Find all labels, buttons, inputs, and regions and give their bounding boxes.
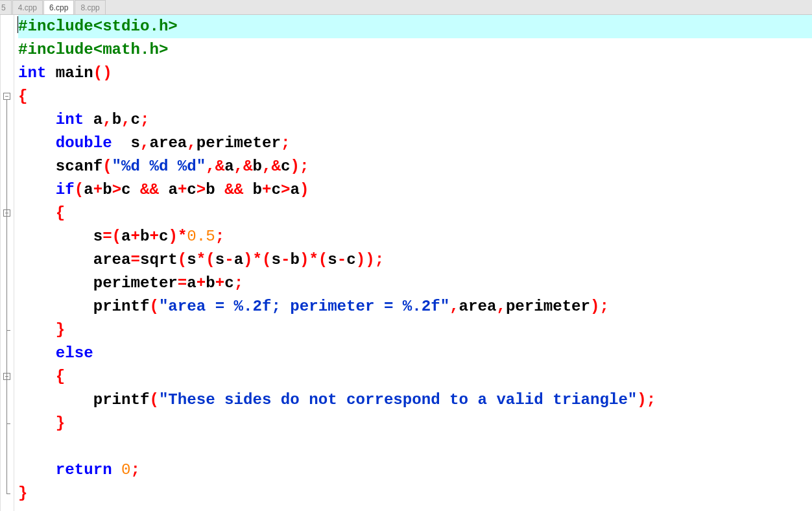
- tab-4cpp[interactable]: 4.cpp: [12, 0, 43, 14]
- code-line[interactable]: }: [18, 318, 812, 342]
- code-line[interactable]: printf("These sides do not correspond to…: [18, 388, 812, 412]
- code-line[interactable]: {: [18, 202, 812, 225]
- code-line[interactable]: {: [18, 365, 812, 388]
- fold-guide-line: [6, 217, 7, 330]
- tab-bar: 5 4.cpp 6.cpp 8.cpp: [0, 0, 812, 15]
- fold-guide-corner: [6, 493, 10, 494]
- code-line[interactable]: #include<stdio.h>: [18, 15, 812, 38]
- code-line[interactable]: return 0;: [18, 458, 812, 482]
- code-area[interactable]: #include<stdio.h>#include<math.h>int mai…: [14, 15, 812, 511]
- tab-8cpp[interactable]: 8.cpp: [75, 0, 105, 14]
- code-line[interactable]: double s,area,perimeter;: [18, 132, 812, 155]
- code-line[interactable]: if(a+b>c && a+c>b && b+c>a): [18, 178, 812, 202]
- code-editor[interactable]: #include<stdio.h>#include<math.h>int mai…: [0, 15, 812, 511]
- code-line[interactable]: }: [18, 412, 812, 435]
- tab-6cpp[interactable]: 6.cpp: [43, 0, 74, 14]
- code-line[interactable]: int a,b,c;: [18, 108, 812, 132]
- code-line[interactable]: perimeter=a+b+c;: [18, 272, 812, 295]
- code-line[interactable]: scanf("%d %d %d",&a,&b,&c);: [18, 155, 812, 178]
- fold-guide-corner: [6, 330, 10, 331]
- tab-partial[interactable]: 5: [0, 0, 12, 14]
- code-line[interactable]: }: [18, 482, 812, 505]
- code-line[interactable]: {: [18, 85, 812, 108]
- code-line[interactable]: else: [18, 342, 812, 365]
- code-line[interactable]: #include<math.h>: [18, 38, 812, 62]
- fold-guide-corner: [6, 423, 10, 424]
- code-line[interactable]: printf("area = %.2f; perimeter = %.2f",a…: [18, 295, 812, 318]
- fold-toggle-icon[interactable]: [3, 93, 10, 100]
- fold-gutter: [0, 15, 14, 511]
- fold-guide-line: [6, 380, 7, 423]
- code-line[interactable]: s=(a+b+c)*0.5;: [18, 225, 812, 248]
- code-line[interactable]: int main(): [18, 62, 812, 85]
- code-line[interactable]: area=sqrt(s*(s-a)*(s-b)*(s-c));: [18, 248, 812, 272]
- code-line[interactable]: [18, 435, 812, 458]
